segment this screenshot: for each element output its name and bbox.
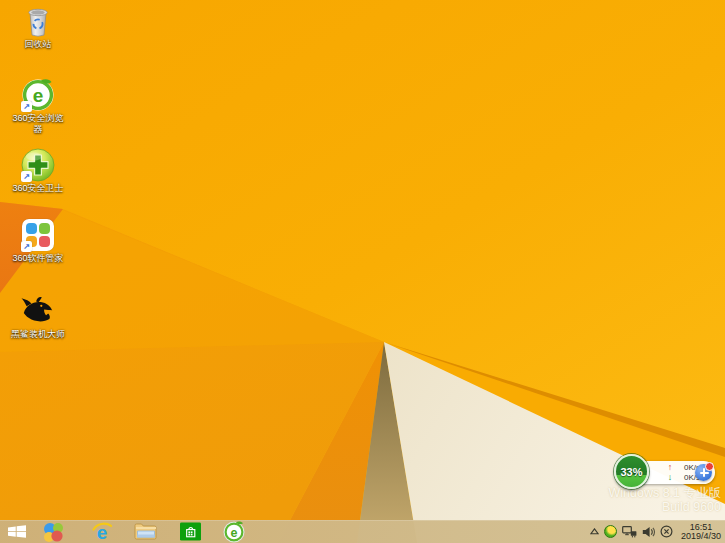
desktop[interactable]: 回收站 e ↗ 360安全浏览器 (0, 0, 725, 543)
store-icon (180, 522, 201, 541)
360-browser-icon: e ↗ (21, 78, 55, 112)
colorful-balls-icon (42, 521, 64, 543)
taskbar-360-browser-e[interactable]: e (222, 520, 246, 543)
tray-network-icon[interactable] (622, 526, 637, 538)
desktop-icon-360-software[interactable]: ↗ 360软件管家 (6, 218, 70, 264)
taskbar-file-explorer[interactable] (134, 520, 158, 543)
e-glyph: e (33, 85, 44, 106)
tray-disconnect-icon[interactable] (660, 525, 673, 538)
taskbar-360-browser-balls[interactable] (41, 520, 65, 543)
upload-arrow-icon: ↑ (666, 462, 674, 472)
desktop-icon-label: 360安全卫士 (12, 183, 63, 194)
ie-icon: e (91, 521, 113, 543)
taskbar: e (0, 520, 725, 543)
folder-icon (134, 522, 158, 541)
desktop-icon-label: 回收站 (25, 39, 52, 50)
recycle-bin-icon (21, 4, 55, 38)
memory-percent: 33% (620, 466, 642, 478)
shortcut-arrow-icon: ↗ (21, 241, 32, 252)
speaker-icon (642, 526, 655, 538)
desktop-icon-360-safety[interactable]: ↗ 360安全卫士 (6, 148, 70, 194)
tray-volume-icon[interactable] (642, 526, 655, 538)
watermark-build: Build 9600 (608, 500, 721, 514)
network-icon (622, 526, 637, 538)
desktop-icon-label: 360软件管家 (12, 253, 63, 264)
taskbar-clock[interactable]: 16:51 2019/4/30 (681, 522, 721, 542)
memory-usage-ball[interactable]: 33% (614, 454, 649, 489)
chevron-up-icon (590, 528, 599, 535)
system-tray: 16:51 2019/4/30 (590, 520, 725, 543)
shortcut-arrow-icon: ↗ (21, 171, 32, 182)
e-glyph: e (231, 525, 238, 539)
desktop-icon-black-shark[interactable]: 黑鲨装机大师 (6, 294, 70, 340)
tray-360-icon[interactable] (604, 525, 617, 538)
green-e-icon: e (223, 521, 245, 543)
desktop-icon-recycle-bin[interactable]: 回收站 (6, 4, 70, 50)
shortcut-arrow-icon: ↗ (21, 101, 32, 112)
clock-date: 2019/4/30 (681, 532, 721, 542)
360-ball-icon (604, 525, 617, 538)
360-safety-icon: ↗ (21, 148, 55, 182)
360-software-manager-icon: ↗ (21, 218, 55, 252)
start-button[interactable] (5, 520, 29, 543)
taskbar-windows-store[interactable] (178, 520, 202, 543)
x-circle-icon (660, 525, 673, 538)
desktop-icon-label: 360安全浏览器 (9, 113, 67, 135)
show-hidden-icons-button[interactable] (590, 528, 599, 535)
notification-dot (705, 462, 714, 471)
360-speed-widget[interactable]: ↑ 0K/s ↓ 0K/s 33% (614, 452, 716, 494)
desktop-icon-360-browser[interactable]: e ↗ 360安全浏览器 (6, 78, 70, 135)
desktop-icon-label: 黑鲨装机大师 (11, 329, 65, 340)
taskbar-internet-explorer[interactable]: e (90, 520, 114, 543)
accelerate-ball-icon[interactable] (695, 464, 712, 481)
download-arrow-icon: ↓ (666, 472, 674, 482)
windows-logo-icon (8, 525, 26, 538)
black-shark-icon (21, 294, 55, 328)
